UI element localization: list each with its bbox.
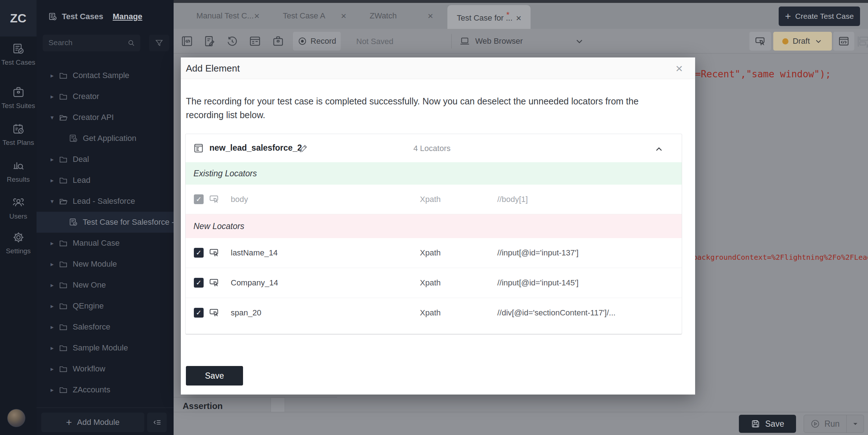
checkbox-checked[interactable]: ✓ <box>194 278 204 288</box>
expand-caret-icon[interactable]: ▸ <box>48 177 56 184</box>
tab-manual-test-c[interactable]: Manual Test C... <box>196 3 254 29</box>
checkbox-checked[interactable]: ✓ <box>194 308 204 318</box>
expand-caret-icon[interactable]: ▸ <box>48 386 56 394</box>
tree-item-label: Contact Sample <box>73 71 129 80</box>
expand-caret-icon[interactable]: ▸ <box>48 302 56 310</box>
tree-item-label: Manual Case <box>73 238 120 248</box>
add-module-label: Add Module <box>77 418 119 427</box>
run-button[interactable]: Run <box>804 419 846 429</box>
run-button-group[interactable]: Run <box>804 415 864 433</box>
edit-steps-icon[interactable] <box>203 35 216 47</box>
app-logo[interactable]: ZC <box>0 0 37 36</box>
tree-item-zaccounts[interactable]: ▸ ZAccounts <box>37 379 174 400</box>
caret-down-icon <box>851 420 859 428</box>
laptop-icon <box>459 36 470 47</box>
modal-save-button[interactable]: Save <box>186 366 243 386</box>
locator-value: //input[@id='input-137'] <box>497 248 579 258</box>
element-picker-button[interactable] <box>749 32 771 51</box>
code-view-icon[interactable] <box>181 35 193 47</box>
pointer-icon <box>754 35 766 47</box>
collapse-caret-icon[interactable]: ▾ <box>48 114 56 121</box>
results-chart-icon <box>12 159 25 172</box>
rail-item-settings[interactable]: Settings <box>0 226 37 259</box>
assertion-section-label: Assertion <box>183 401 223 411</box>
rail-item-test-cases[interactable]: Test Cases <box>0 38 37 71</box>
collapse-sidebar-button[interactable] <box>147 413 167 432</box>
collapse-caret-icon[interactable]: ▾ <box>48 198 56 205</box>
test-steps-panel-icon[interactable] <box>856 34 868 49</box>
record-button[interactable]: Record <box>293 32 341 51</box>
manage-link[interactable]: Manage <box>113 12 142 21</box>
add-module-button[interactable]: + Add Module <box>41 413 144 432</box>
test-case-icon <box>69 218 78 227</box>
rail-item-test-suites[interactable]: Test Suites <box>0 81 37 114</box>
tree-item-label: New One <box>73 280 106 290</box>
tree-item-get-application[interactable]: Get Application <box>37 128 174 149</box>
code-editor-toggle-button[interactable] <box>833 32 854 51</box>
search-input[interactable] <box>43 35 115 51</box>
tree-item-test-case-for-salesforce[interactable]: Test Case for Salesforce - <box>37 212 174 233</box>
rail-item-users[interactable]: Users <box>0 191 37 225</box>
tab-close-icon[interactable]: × <box>425 10 436 21</box>
tree-item-label: Workflow <box>73 364 105 374</box>
tree-item-creator-api[interactable]: ▾ Creator API <box>37 107 174 128</box>
expand-caret-icon[interactable]: ▸ <box>48 93 56 100</box>
filter-button[interactable] <box>149 35 169 51</box>
tab-close-icon[interactable]: × <box>251 10 262 21</box>
rail-item-label: Test Cases <box>1 59 35 66</box>
tab-zwatch[interactable]: ZWatch <box>370 3 397 29</box>
toolbar: Record Not Saved Web Browser Draft <box>174 29 868 53</box>
tree-item-new-one[interactable]: ▸ New One <box>37 275 174 296</box>
tree-item-salesforce[interactable]: ▸ Salesforce <box>37 316 174 337</box>
chevron-down-icon[interactable] <box>574 36 584 46</box>
create-test-case-button[interactable]: + Create Test Case <box>779 7 860 26</box>
modal-close-icon[interactable]: × <box>672 61 686 76</box>
rail-item-label: Results <box>7 176 30 184</box>
tree-item-creator[interactable]: ▸ Creator <box>37 86 174 107</box>
edit-pencil-icon[interactable] <box>299 143 309 153</box>
history-icon[interactable] <box>226 35 238 47</box>
tree-item-deal[interactable]: ▸ Deal <box>37 149 174 170</box>
run-options-caret[interactable] <box>846 415 864 432</box>
tree-item-label: QEngine <box>73 301 104 311</box>
folder-icon <box>59 155 68 164</box>
expand-caret-icon[interactable]: ▸ <box>48 281 56 289</box>
tree-item-new-module[interactable]: ▸ New Module <box>37 254 174 275</box>
expand-caret-icon[interactable]: ▸ <box>48 240 56 247</box>
expand-caret-icon[interactable]: ▸ <box>48 365 56 373</box>
tree-item-contact-sample[interactable]: ▸ Contact Sample <box>37 65 174 86</box>
tab-close-icon[interactable]: × <box>338 10 349 21</box>
suitcase-icon[interactable] <box>272 35 284 47</box>
chevron-up-icon[interactable] <box>654 144 664 154</box>
browser-window-icon[interactable] <box>249 35 261 47</box>
draft-status-dropdown[interactable]: Draft <box>773 32 832 51</box>
tree-item-manual-case[interactable]: ▸ Manual Case <box>37 233 174 254</box>
tree-item-workflow[interactable]: ▸ Workflow <box>37 358 174 379</box>
expand-caret-icon[interactable]: ▸ <box>48 156 56 163</box>
save-test-case-button[interactable]: Save <box>739 415 796 433</box>
expand-caret-icon[interactable]: ▸ <box>48 323 56 331</box>
rail-item-results[interactable]: Results <box>0 155 37 188</box>
browser-select[interactable]: Web Browser <box>459 32 582 51</box>
expand-caret-icon[interactable]: ▸ <box>48 72 56 79</box>
existing-locators-label: Existing Locators <box>193 169 257 178</box>
expand-caret-icon[interactable]: ▸ <box>48 260 56 268</box>
modal-header: Add Element × <box>181 57 695 79</box>
tree-item-lead-salesforce[interactable]: ▾ Lead - Salesforce <box>37 191 174 212</box>
user-avatar[interactable] <box>7 409 25 427</box>
tab-test-case-for-active[interactable]: Test Case for ... * × <box>447 5 531 29</box>
tab-test-case-a[interactable]: Test Case A <box>283 3 325 29</box>
checkbox-checked-disabled[interactable]: ✓ <box>194 194 204 204</box>
browser-select-value: Web Browser <box>475 36 523 46</box>
search-box[interactable] <box>43 35 140 51</box>
checkbox-checked[interactable]: ✓ <box>194 248 204 258</box>
tree-item-qengine[interactable]: ▸ QEngine <box>37 296 174 316</box>
tree-item-sample-module[interactable]: ▸ Sample Module <box>37 337 174 358</box>
tree-item-lead[interactable]: ▸ Lead <box>37 170 174 191</box>
modal-title: Add Element <box>186 63 240 74</box>
tab-close-icon[interactable]: × <box>513 13 524 23</box>
locator-value: //div[@id='sectionContent-117']/... <box>497 308 616 318</box>
expand-caret-icon[interactable]: ▸ <box>48 344 56 352</box>
locator-card-header[interactable]: new_lead_salesforce_2 4 Locators <box>186 134 682 162</box>
rail-item-test-plans[interactable]: Test Plans <box>0 118 37 151</box>
